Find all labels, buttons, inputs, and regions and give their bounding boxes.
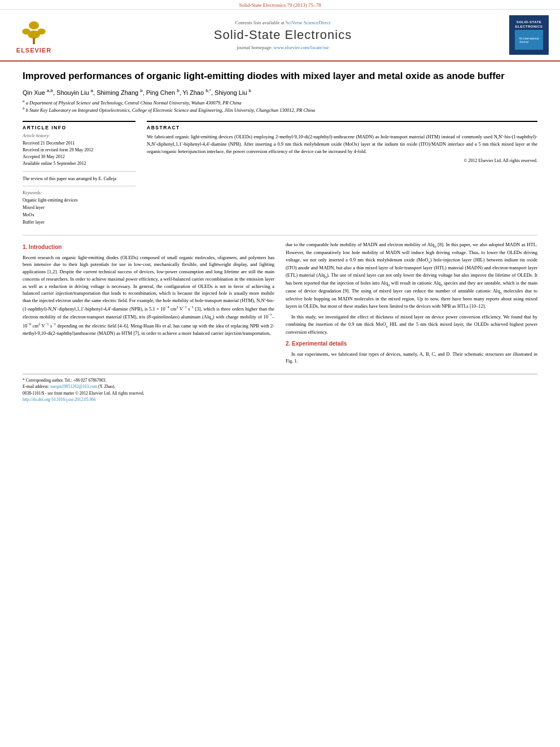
accepted-date: Accepted 30 May 2012 xyxy=(23,154,135,160)
reviewer-note: The review of this paper was arranged by… xyxy=(23,176,135,182)
article-info-column: ARTICLE INFO Article history: Received 2… xyxy=(23,121,135,226)
contents-available-line: Contents lists available at SciVerse Sci… xyxy=(62,20,504,25)
footnote-copyright: 0038-1101/$ - see front matter © 2012 El… xyxy=(23,390,537,396)
abstract-text: We fabricated organic light-emitting dev… xyxy=(147,133,537,164)
affiliations-block: a a Department of Physical Science and T… xyxy=(23,99,537,114)
affiliation-a: a a Department of Physical Science and T… xyxy=(23,99,537,107)
body-two-columns: 1. Introduction Recent research on organ… xyxy=(23,241,537,369)
history-label: Article history: xyxy=(23,133,135,138)
journal-center-info: Contents lists available at SciVerse Sci… xyxy=(62,20,504,50)
exp-section-title: 2. Experimental details xyxy=(286,339,537,348)
journal-title: Solid-State Electronics xyxy=(62,28,504,42)
intro-paragraph-right-1: due to the comparable hole mobility of M… xyxy=(286,241,537,310)
abstract-copyright: © 2012 Elsevier Ltd. All rights reserved… xyxy=(147,158,537,164)
exp-paragraph-1: In our experiments, we fabricated four t… xyxy=(286,351,537,365)
keyword-2: Mixed layer xyxy=(23,204,135,212)
article-history-block: Received 21 December 2011 Received in re… xyxy=(23,140,135,167)
elsevier-brand-text: ELSEVIER xyxy=(16,47,51,54)
body-left-column: 1. Introduction Recent research on organ… xyxy=(23,241,274,369)
elsevier-logo: ELSEVIER xyxy=(11,17,56,54)
divider-2 xyxy=(23,186,135,186)
doi-link[interactable]: http://dx.doi.org/10.1016/j.sse.2012.05.… xyxy=(23,397,96,402)
homepage-prefix: journal homepage: xyxy=(237,45,274,50)
cover-title-text: SOLID-STATE ELECTRONICS xyxy=(515,20,543,29)
intro-paragraph-1: Recent research on organic light-emittin… xyxy=(23,254,274,337)
authors-line: Qin Xue a,b, Shouyin Liu a, Shiming Zhan… xyxy=(23,88,537,96)
elsevier-tree-image xyxy=(19,20,50,46)
journal-homepage-link[interactable]: www.elsevier.com/locate/sse xyxy=(274,45,329,50)
sciverse-link[interactable]: SciVerse ScienceDirect xyxy=(286,20,331,25)
revised-date: Received in revised form 29 May 2012 xyxy=(23,147,135,154)
journal-citation-bar: Solid-State Electronics 79 (2013) 75–78 xyxy=(0,0,560,10)
page-container: Solid-State Electronics 79 (2013) 75–78 … xyxy=(0,0,560,408)
keywords-list: Organic light-emitting devices Mixed lay… xyxy=(23,197,135,226)
email-link[interactable]: xueqin19851202@163.com xyxy=(50,384,97,389)
footnote-doi: http://dx.doi.org/10.1016/j.sse.2012.05.… xyxy=(23,396,537,403)
article-title: Improved performances of organic light-e… xyxy=(23,70,537,82)
journal-homepage-line: journal homepage: www.elsevier.com/locat… xyxy=(62,45,504,50)
received-date: Received 21 December 2011 xyxy=(23,140,135,147)
footnote-corresponding: * Corresponding author. Tel.: +86 027 67… xyxy=(23,377,537,383)
contents-prefix: Contents lists available at xyxy=(235,20,286,25)
keyword-4: Buffer layer xyxy=(23,219,135,226)
main-content: Improved performances of organic light-e… xyxy=(0,62,560,408)
article-info-heading: ARTICLE INFO xyxy=(23,125,135,130)
divider-1 xyxy=(23,171,135,172)
abstract-column: ABSTRACT We fabricated organic light-emi… xyxy=(147,121,537,226)
available-date: Available online 5 September 2012 xyxy=(23,160,135,167)
intro-paragraph-right-2: In this study, we investigated the effec… xyxy=(286,313,537,336)
intro-section-title: 1. Introduction xyxy=(23,243,274,251)
keyword-1: Organic light-emitting devices xyxy=(23,197,135,204)
affiliation-b: b b State Key Laboratory on Integrated O… xyxy=(23,106,537,114)
footnote-email: E-mail address: xueqin19851202@163.com (… xyxy=(23,383,537,390)
abstract-heading: ABSTRACT xyxy=(147,125,537,130)
footnote-bar: * Corresponding author. Tel.: +86 027 67… xyxy=(23,374,537,403)
keywords-label: Keywords: xyxy=(23,190,135,195)
body-content: 1. Introduction Recent research on organ… xyxy=(23,235,537,403)
journal-header: ELSEVIER Contents lists available at Sci… xyxy=(0,10,560,62)
keyword-3: MoOx xyxy=(23,212,135,219)
journal-cover-image: SOLID-STATE ELECTRONICS An International… xyxy=(509,15,549,55)
journal-citation-text: Solid-State Electronics 79 (2013) 75–78 xyxy=(239,2,321,8)
body-right-column: due to the comparable hole mobility of M… xyxy=(286,241,537,369)
cover-graphic: An InternationalJournal xyxy=(515,30,543,50)
info-abstract-columns: ARTICLE INFO Article history: Received 2… xyxy=(23,121,537,226)
